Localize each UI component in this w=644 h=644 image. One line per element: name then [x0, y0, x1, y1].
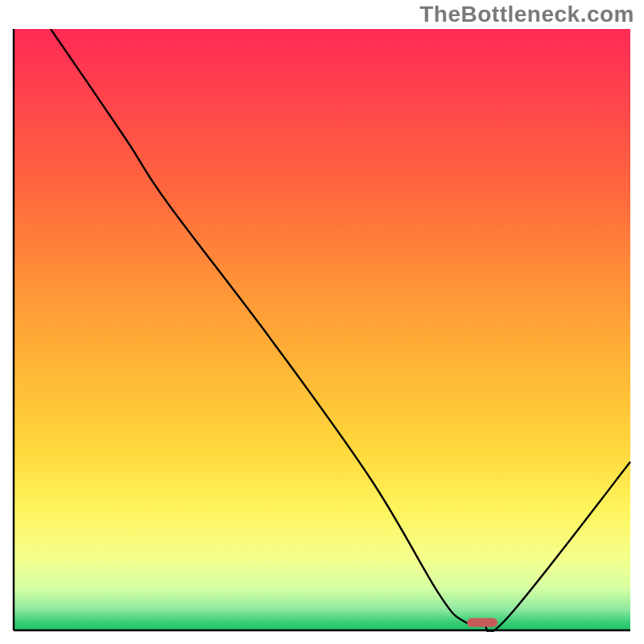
gradient-background	[14, 29, 630, 630]
chart-svg	[12, 29, 632, 632]
optimal-marker	[467, 618, 497, 627]
watermark-label: TheBottleneck.com	[419, 2, 634, 27]
chart-container: TheBottleneck.com	[0, 0, 644, 644]
